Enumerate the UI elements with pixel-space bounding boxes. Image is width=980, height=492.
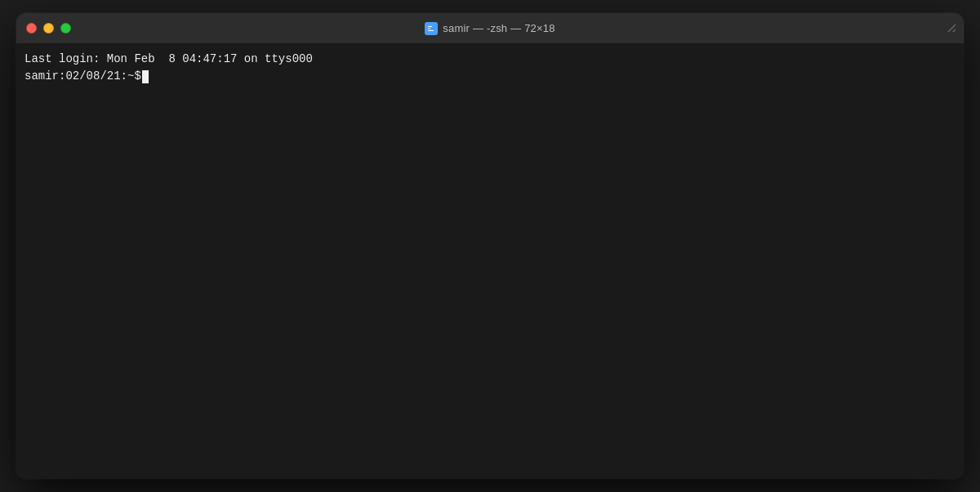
window-title: samir — -zsh — 72×18 — [443, 22, 555, 34]
terminal-window: samir — -zsh — 72×18 Last login: Mon Feb… — [16, 13, 964, 479]
terminal-icon — [425, 22, 438, 35]
title-bar: samir — -zsh — 72×18 — [16, 13, 964, 44]
svg-rect-1 — [428, 28, 430, 29]
svg-rect-0 — [428, 26, 432, 27]
svg-rect-2 — [428, 30, 434, 31]
last-login-line: Last login: Mon Feb 8 04:47:17 on ttys00… — [24, 51, 956, 68]
cursor — [142, 70, 149, 83]
traffic-lights — [26, 23, 71, 34]
resize-icon — [947, 23, 956, 34]
title-bar-content: samir — -zsh — 72×18 — [425, 22, 555, 35]
maximize-button[interactable] — [60, 23, 71, 34]
prompt-text: samir:02/08/21:~$ — [24, 68, 141, 85]
close-button[interactable] — [26, 23, 37, 34]
prompt-line: samir:02/08/21:~$ — [24, 68, 956, 85]
minimize-button[interactable] — [43, 23, 54, 34]
terminal-body[interactable]: Last login: Mon Feb 8 04:47:17 on ttys00… — [16, 44, 964, 479]
